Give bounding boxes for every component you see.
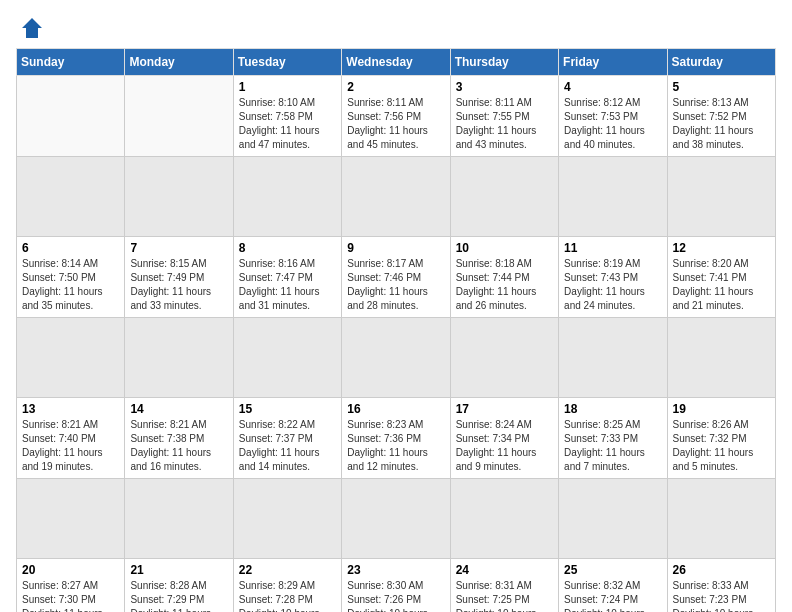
row-separator xyxy=(17,479,776,559)
day-number: 11 xyxy=(564,241,661,255)
day-info: Sunrise: 8:22 AMSunset: 7:37 PMDaylight:… xyxy=(239,418,336,474)
day-info: Sunrise: 8:18 AMSunset: 7:44 PMDaylight:… xyxy=(456,257,553,313)
day-number: 19 xyxy=(673,402,770,416)
separator-cell xyxy=(450,157,558,237)
calendar-cell: 19Sunrise: 8:26 AMSunset: 7:32 PMDayligh… xyxy=(667,398,775,479)
calendar-cell: 11Sunrise: 8:19 AMSunset: 7:43 PMDayligh… xyxy=(559,237,667,318)
day-info: Sunrise: 8:30 AMSunset: 7:26 PMDaylight:… xyxy=(347,579,444,612)
weekday-header-saturday: Saturday xyxy=(667,49,775,76)
logo xyxy=(16,16,48,40)
calendar-cell: 6Sunrise: 8:14 AMSunset: 7:50 PMDaylight… xyxy=(17,237,125,318)
svg-marker-0 xyxy=(22,18,42,38)
week-row-4: 20Sunrise: 8:27 AMSunset: 7:30 PMDayligh… xyxy=(17,559,776,613)
calendar-cell: 18Sunrise: 8:25 AMSunset: 7:33 PMDayligh… xyxy=(559,398,667,479)
calendar-cell: 8Sunrise: 8:16 AMSunset: 7:47 PMDaylight… xyxy=(233,237,341,318)
calendar-cell xyxy=(125,76,233,157)
calendar-cell: 13Sunrise: 8:21 AMSunset: 7:40 PMDayligh… xyxy=(17,398,125,479)
day-number: 8 xyxy=(239,241,336,255)
day-info: Sunrise: 8:24 AMSunset: 7:34 PMDaylight:… xyxy=(456,418,553,474)
day-number: 9 xyxy=(347,241,444,255)
separator-cell xyxy=(559,318,667,398)
day-info: Sunrise: 8:16 AMSunset: 7:47 PMDaylight:… xyxy=(239,257,336,313)
day-number: 5 xyxy=(673,80,770,94)
weekday-header-monday: Monday xyxy=(125,49,233,76)
calendar-cell: 24Sunrise: 8:31 AMSunset: 7:25 PMDayligh… xyxy=(450,559,558,613)
calendar-cell: 10Sunrise: 8:18 AMSunset: 7:44 PMDayligh… xyxy=(450,237,558,318)
row-separator xyxy=(17,157,776,237)
separator-cell xyxy=(233,157,341,237)
logo-icon xyxy=(20,16,44,40)
day-number: 21 xyxy=(130,563,227,577)
day-info: Sunrise: 8:12 AMSunset: 7:53 PMDaylight:… xyxy=(564,96,661,152)
separator-cell xyxy=(125,479,233,559)
day-info: Sunrise: 8:27 AMSunset: 7:30 PMDaylight:… xyxy=(22,579,119,612)
day-info: Sunrise: 8:19 AMSunset: 7:43 PMDaylight:… xyxy=(564,257,661,313)
day-info: Sunrise: 8:17 AMSunset: 7:46 PMDaylight:… xyxy=(347,257,444,313)
day-number: 10 xyxy=(456,241,553,255)
day-info: Sunrise: 8:26 AMSunset: 7:32 PMDaylight:… xyxy=(673,418,770,474)
day-number: 13 xyxy=(22,402,119,416)
day-number: 16 xyxy=(347,402,444,416)
day-info: Sunrise: 8:29 AMSunset: 7:28 PMDaylight:… xyxy=(239,579,336,612)
calendar-cell: 9Sunrise: 8:17 AMSunset: 7:46 PMDaylight… xyxy=(342,237,450,318)
separator-cell xyxy=(233,318,341,398)
separator-cell xyxy=(233,479,341,559)
day-info: Sunrise: 8:25 AMSunset: 7:33 PMDaylight:… xyxy=(564,418,661,474)
separator-cell xyxy=(342,318,450,398)
day-number: 7 xyxy=(130,241,227,255)
day-number: 6 xyxy=(22,241,119,255)
calendar-cell: 21Sunrise: 8:28 AMSunset: 7:29 PMDayligh… xyxy=(125,559,233,613)
day-number: 20 xyxy=(22,563,119,577)
calendar-cell: 25Sunrise: 8:32 AMSunset: 7:24 PMDayligh… xyxy=(559,559,667,613)
calendar-cell: 26Sunrise: 8:33 AMSunset: 7:23 PMDayligh… xyxy=(667,559,775,613)
weekday-header-tuesday: Tuesday xyxy=(233,49,341,76)
weekday-header-friday: Friday xyxy=(559,49,667,76)
calendar-cell: 4Sunrise: 8:12 AMSunset: 7:53 PMDaylight… xyxy=(559,76,667,157)
separator-cell xyxy=(125,157,233,237)
week-row-1: 1Sunrise: 8:10 AMSunset: 7:58 PMDaylight… xyxy=(17,76,776,157)
day-number: 1 xyxy=(239,80,336,94)
calendar-cell: 5Sunrise: 8:13 AMSunset: 7:52 PMDaylight… xyxy=(667,76,775,157)
day-info: Sunrise: 8:28 AMSunset: 7:29 PMDaylight:… xyxy=(130,579,227,612)
day-info: Sunrise: 8:23 AMSunset: 7:36 PMDaylight:… xyxy=(347,418,444,474)
separator-cell xyxy=(17,157,125,237)
day-info: Sunrise: 8:21 AMSunset: 7:38 PMDaylight:… xyxy=(130,418,227,474)
calendar-cell: 2Sunrise: 8:11 AMSunset: 7:56 PMDaylight… xyxy=(342,76,450,157)
calendar-cell: 15Sunrise: 8:22 AMSunset: 7:37 PMDayligh… xyxy=(233,398,341,479)
separator-cell xyxy=(667,157,775,237)
week-row-2: 6Sunrise: 8:14 AMSunset: 7:50 PMDaylight… xyxy=(17,237,776,318)
calendar-cell: 12Sunrise: 8:20 AMSunset: 7:41 PMDayligh… xyxy=(667,237,775,318)
day-number: 24 xyxy=(456,563,553,577)
row-separator xyxy=(17,318,776,398)
day-number: 17 xyxy=(456,402,553,416)
separator-cell xyxy=(450,318,558,398)
separator-cell xyxy=(17,318,125,398)
day-info: Sunrise: 8:11 AMSunset: 7:56 PMDaylight:… xyxy=(347,96,444,152)
day-number: 22 xyxy=(239,563,336,577)
day-number: 15 xyxy=(239,402,336,416)
calendar-cell: 14Sunrise: 8:21 AMSunset: 7:38 PMDayligh… xyxy=(125,398,233,479)
page-header xyxy=(16,16,776,40)
calendar-cell: 17Sunrise: 8:24 AMSunset: 7:34 PMDayligh… xyxy=(450,398,558,479)
separator-cell xyxy=(559,157,667,237)
separator-cell xyxy=(667,479,775,559)
separator-cell xyxy=(342,479,450,559)
calendar-cell: 20Sunrise: 8:27 AMSunset: 7:30 PMDayligh… xyxy=(17,559,125,613)
separator-cell xyxy=(342,157,450,237)
day-info: Sunrise: 8:32 AMSunset: 7:24 PMDaylight:… xyxy=(564,579,661,612)
day-info: Sunrise: 8:31 AMSunset: 7:25 PMDaylight:… xyxy=(456,579,553,612)
calendar-cell: 16Sunrise: 8:23 AMSunset: 7:36 PMDayligh… xyxy=(342,398,450,479)
day-info: Sunrise: 8:20 AMSunset: 7:41 PMDaylight:… xyxy=(673,257,770,313)
week-row-3: 13Sunrise: 8:21 AMSunset: 7:40 PMDayligh… xyxy=(17,398,776,479)
separator-cell xyxy=(125,318,233,398)
weekday-header-wednesday: Wednesday xyxy=(342,49,450,76)
calendar-cell xyxy=(17,76,125,157)
calendar-cell: 3Sunrise: 8:11 AMSunset: 7:55 PMDaylight… xyxy=(450,76,558,157)
weekday-header-sunday: Sunday xyxy=(17,49,125,76)
separator-cell xyxy=(17,479,125,559)
day-info: Sunrise: 8:21 AMSunset: 7:40 PMDaylight:… xyxy=(22,418,119,474)
calendar-table: SundayMondayTuesdayWednesdayThursdayFrid… xyxy=(16,48,776,612)
calendar-cell: 1Sunrise: 8:10 AMSunset: 7:58 PMDaylight… xyxy=(233,76,341,157)
day-number: 3 xyxy=(456,80,553,94)
separator-cell xyxy=(667,318,775,398)
